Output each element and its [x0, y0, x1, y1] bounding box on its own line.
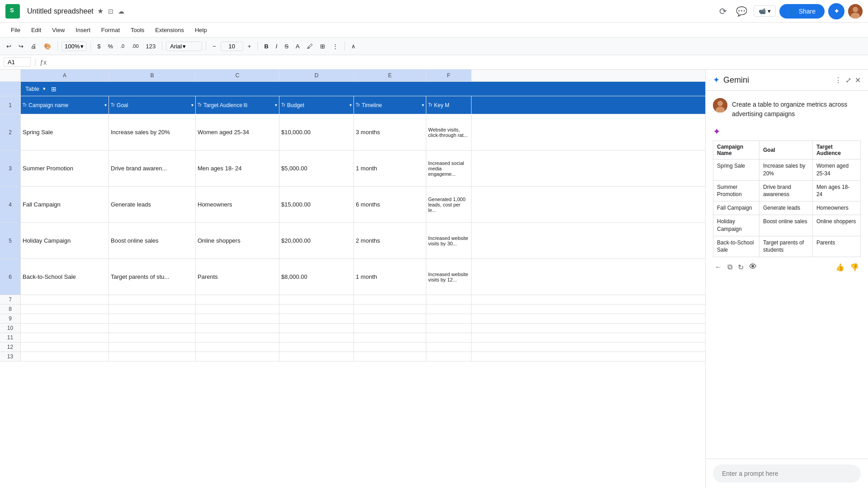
col-header-d[interactable]: D	[279, 70, 354, 81]
folder-icon[interactable]: ⊡	[108, 8, 113, 15]
gemini-expand-icon[interactable]: ⤢	[845, 76, 851, 84]
col-header-b[interactable]: B	[109, 70, 196, 81]
cell-6c[interactable]: Parents	[196, 259, 279, 295]
cell-7e[interactable]	[354, 295, 426, 304]
meeting-btn[interactable]: 📹 ▾	[754, 5, 776, 17]
gemini-refresh-button[interactable]: ↻	[736, 261, 745, 273]
gemini-input-area[interactable]	[713, 465, 861, 483]
paint-format-button[interactable]: 🎨	[41, 41, 54, 52]
col-header-c[interactable]: C	[196, 70, 279, 81]
col-header-f[interactable]: F	[426, 70, 472, 81]
zoom-control[interactable]: 100% ▾	[61, 42, 87, 51]
borders-button[interactable]: ⊞	[317, 41, 328, 52]
comments-btn[interactable]: 💬	[733, 4, 750, 19]
header-dropdown-goal[interactable]: ▾	[191, 103, 193, 108]
cell-2d[interactable]: $10,000.00	[279, 114, 354, 150]
header-dropdown-campaign[interactable]: ▾	[104, 103, 107, 108]
more-button[interactable]: ⋮	[330, 41, 341, 52]
cell-3d[interactable]: $5,000.00	[279, 150, 354, 186]
cell-4b[interactable]: Generate leads	[109, 187, 196, 222]
collapse-toolbar-button[interactable]: ∧	[349, 41, 359, 52]
cell-2a[interactable]: Spring Sale	[21, 114, 109, 150]
history-btn[interactable]: ⟳	[717, 4, 730, 19]
redo-button[interactable]: ↪	[16, 41, 26, 52]
cell-5d[interactable]: $20,000.00	[279, 223, 354, 258]
font-size-increase-button[interactable]: +	[245, 41, 254, 52]
gemini-close-icon[interactable]: ✕	[855, 76, 861, 84]
col-header-e[interactable]: E	[354, 70, 426, 81]
menu-format[interactable]: Format	[96, 25, 125, 35]
currency-button[interactable]: $	[94, 41, 103, 52]
gemini-back-button[interactable]: ←	[713, 261, 724, 273]
decimal-increase-button[interactable]: .00	[129, 42, 141, 51]
cell-7b[interactable]	[109, 295, 196, 304]
italic-button[interactable]: I	[273, 41, 280, 52]
gemini-prompt-input[interactable]	[722, 470, 852, 477]
cell-6e[interactable]: 1 month	[354, 259, 426, 295]
gemini-view-button[interactable]	[747, 261, 758, 273]
cell-2e[interactable]: 3 months	[354, 114, 426, 150]
table-name-dropdown[interactable]: ▾	[43, 86, 46, 92]
share-button[interactable]: 👤 ⧉ Share	[779, 4, 825, 19]
percent-button[interactable]: %	[105, 41, 116, 52]
cell-5e[interactable]: 2 months	[354, 223, 426, 258]
cell-2b[interactable]: Increase sales by 20%	[109, 114, 196, 150]
cell-3f[interactable]: Increased social media engageme...	[426, 150, 472, 186]
user-avatar[interactable]	[848, 4, 863, 19]
header-dropdown-timeline[interactable]: ▾	[422, 103, 424, 108]
menu-extensions[interactable]: Extensions	[150, 25, 189, 35]
gemini-thumbsup-button[interactable]: 👍	[834, 261, 846, 273]
menu-edit[interactable]: Edit	[26, 25, 47, 35]
undo-button[interactable]: ↩	[4, 41, 14, 52]
decimal-decrease-button[interactable]: .0	[118, 42, 127, 51]
file-title[interactable]: Untitled spreadsheet	[27, 7, 94, 15]
gemini-more-icon[interactable]: ⋮	[835, 76, 842, 84]
menu-insert[interactable]: Insert	[70, 25, 96, 35]
cell-5f[interactable]: Increased website visits by 30...	[426, 223, 472, 258]
font-size-control[interactable]: 10	[221, 42, 243, 51]
cell-6a[interactable]: Back-to-School Sale	[21, 259, 109, 295]
print-button[interactable]: 🖨	[28, 41, 39, 52]
cell-4c[interactable]: Homeowners	[196, 187, 279, 222]
menu-tools[interactable]: Tools	[125, 25, 150, 35]
cell-2f[interactable]: Website visits, click-through rat...	[426, 114, 472, 150]
gemini-thumbsdown-button[interactable]: 👎	[848, 261, 861, 273]
cell-6b[interactable]: Target parents of stu...	[109, 259, 196, 295]
star-icon[interactable]: ★	[97, 7, 104, 15]
format-type-button[interactable]: 123	[143, 41, 159, 52]
cell-2c[interactable]: Women aged 25-34	[196, 114, 279, 150]
cell-3e[interactable]: 1 month	[354, 150, 426, 186]
bold-button[interactable]: B	[261, 41, 271, 52]
cell-7c[interactable]	[196, 295, 279, 304]
gemini-copy-button[interactable]: ⧉	[726, 261, 734, 273]
cell-4f[interactable]: Generated 1,000 leads, cost per le...	[426, 187, 472, 222]
header-dropdown-audience[interactable]: ▾	[275, 103, 277, 108]
cloud-icon[interactable]: ☁	[118, 8, 124, 15]
cell-5c[interactable]: Online shoppers	[196, 223, 279, 258]
cell-7f[interactable]	[426, 295, 472, 304]
header-dropdown-budget[interactable]: ▾	[349, 103, 352, 108]
menu-file[interactable]: File	[5, 25, 26, 35]
cell-3a[interactable]: Summer Promotion	[21, 150, 109, 186]
cell-7a[interactable]	[21, 295, 109, 304]
menu-view[interactable]: View	[47, 25, 70, 35]
cell-4a[interactable]: Fall Campaign	[21, 187, 109, 222]
cell-4e[interactable]: 6 months	[354, 187, 426, 222]
cell-5b[interactable]: Boost online sales	[109, 223, 196, 258]
cell-4d[interactable]: $15,000.00	[279, 187, 354, 222]
cell-6f[interactable]: Increased website visits by 12...	[426, 259, 472, 295]
col-header-a[interactable]: A	[21, 70, 109, 81]
menu-help[interactable]: Help	[189, 25, 212, 35]
font-size-decrease-button[interactable]: −	[210, 41, 219, 52]
strikethrough-button[interactable]: S	[282, 41, 291, 52]
font-color-button[interactable]: A	[293, 41, 302, 52]
highlight-color-button[interactable]: 🖊	[304, 41, 316, 52]
cell-3c[interactable]: Men ages 18- 24	[196, 150, 279, 186]
gemini-button[interactable]: ✦	[828, 3, 844, 19]
cell-7d[interactable]	[279, 295, 354, 304]
cell-3b[interactable]: Drive brand awaren...	[109, 150, 196, 186]
font-selector[interactable]: Arial ▾	[166, 42, 202, 51]
cell-5a[interactable]: Holiday Campaign	[21, 223, 109, 258]
cell-reference-input[interactable]	[4, 57, 31, 67]
cell-6d[interactable]: $8,000.00	[279, 259, 354, 295]
